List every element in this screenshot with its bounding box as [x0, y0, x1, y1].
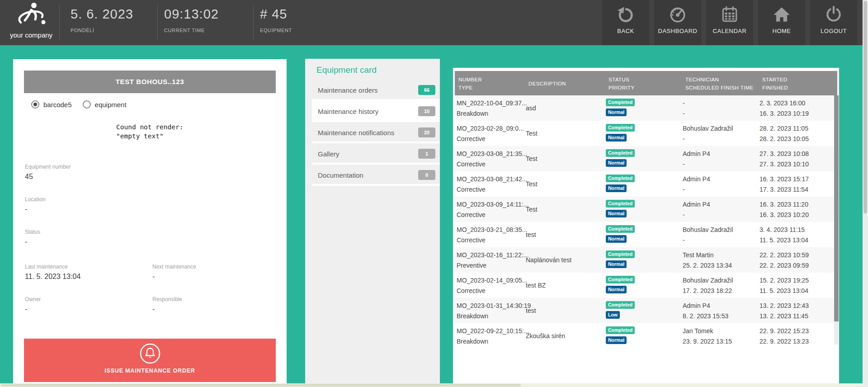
order-number: MO_2023-01-31_14:30:19	[457, 302, 531, 309]
table-row[interactable]: MO_2023-03-09_14:11:... Corrective Test …	[455, 197, 835, 222]
order-description: Test	[526, 155, 538, 162]
table-row[interactable]: MO_2023-02-14_09:05... Corrective test B…	[455, 273, 835, 298]
page-vertical-scrollbar-thumb[interactable]	[863, 1, 867, 213]
cell-technician-scheduled: Admin P4 -	[683, 171, 760, 197]
finished-time: 17. 3. 2023 11:54	[760, 186, 808, 193]
menu-item-count-badge: 20	[418, 127, 435, 137]
top-header-bar: your company 5. 6. 2023 PONDĚLÍ 09:13:02…	[0, 0, 863, 45]
equipment-radio[interactable]	[83, 100, 91, 109]
field-label: Equipment number	[25, 164, 71, 170]
page-horizontal-scrollbar[interactable]	[0, 383, 863, 387]
cell-technician-scheduled: Admin P4 -	[683, 146, 760, 171]
dashboard-button[interactable]: DASHBOARD	[654, 0, 701, 45]
order-description: Test	[526, 180, 538, 188]
menu-item-label: Maintenance notifications	[318, 129, 394, 137]
technician: Admin P4	[683, 201, 710, 208]
cell-status-priority: Completed Normal	[606, 121, 682, 146]
cell-started-finished: 27. 3. 2023 10:08 27. 3. 2023 10:10	[760, 146, 835, 171]
calendar-button[interactable]: CALENDAR	[706, 0, 753, 45]
dashboard-icon	[668, 18, 687, 25]
barcode5-radio[interactable]	[31, 100, 39, 109]
order-type: Corrective	[457, 186, 486, 193]
order-number: MO_2023-03-21_08:35...	[457, 226, 527, 233]
started-time: 16. 3. 2023 15:17	[760, 175, 809, 183]
company-logo-text: your company	[6, 31, 56, 39]
owner-field: Owner -	[25, 296, 41, 313]
cell-started-finished: 22. 2. 2023 10:59 22. 2. 2023 09:59	[760, 247, 835, 273]
menu-item[interactable]: Documentation 0	[312, 165, 440, 186]
home-button-label: HOME	[758, 28, 805, 34]
started-time: 3. 4. 2023 11:15	[760, 226, 805, 233]
cell-technician-scheduled: - -	[683, 95, 760, 121]
scheduled-finish-time: -	[683, 211, 685, 218]
last-maintenance-field: Last maintenance 11. 5. 2023 13:04	[25, 264, 80, 281]
scheduled-finish-time: 23. 9. 2022 13:15	[683, 338, 732, 345]
issue-maintenance-order-button[interactable]: ISSUE MAINTENANCE ORDER	[24, 339, 276, 382]
order-type: Breakdown	[457, 312, 488, 320]
table-header-row: NUMBER TYPE DESCRIPTION STATUS PRIORITY …	[455, 71, 837, 95]
calendar-button-label: CALENDAR	[706, 28, 753, 34]
cell-description: Test	[526, 197, 605, 222]
started-time: 13. 2. 2023 12:43	[760, 302, 809, 309]
cell-technician-scheduled: Jan Tomek 23. 9. 2022 13:15	[683, 323, 760, 345]
order-type: Breakdown	[457, 338, 488, 345]
order-number: MN_2022-10-04_09:37...	[457, 99, 527, 107]
cell-number-type: MO_2023-02-28_09:0... Corrective	[457, 121, 525, 146]
order-type: Corrective	[457, 135, 486, 142]
cell-number-type: MO_2023-03-21_08:35... Corrective	[457, 222, 525, 247]
table-row[interactable]: MN_2022-10-04_09:37... Breakdown asd Com…	[455, 95, 835, 121]
cell-description: Test	[526, 146, 605, 171]
table-scrollbar[interactable]	[834, 95, 839, 345]
table-row[interactable]: MO_2023-03-08_21:35... Corrective Test C…	[455, 146, 835, 171]
table-scrollbar-thumb[interactable]	[834, 95, 839, 321]
field-value: -	[152, 305, 182, 313]
table-row[interactable]: MO_2023-02-16_11:22:... Preventive Naplá…	[455, 247, 835, 273]
finished-time: 22. 2. 2023 09:59	[760, 262, 809, 269]
menu-item[interactable]: Gallery 1	[312, 143, 440, 165]
table-row[interactable]: MO_2022-09-22_10:15:... Breakdown Zkoušk…	[455, 323, 835, 345]
cell-started-finished: 22. 9. 2022 15:23 22. 9. 2022 13:23	[760, 323, 835, 345]
order-number: MO_2023-02-14_09:05...	[457, 277, 527, 284]
cell-description: test	[526, 298, 605, 323]
equipment-number-field: Equipment number 45	[25, 164, 71, 181]
back-button[interactable]: BACK	[602, 0, 649, 45]
company-logo[interactable]: your company	[6, 2, 56, 44]
menu-item-label: Maintenance orders	[318, 86, 378, 94]
menu-item[interactable]: Maintenance orders 66	[312, 80, 440, 101]
cell-status-priority: Completed Normal	[606, 247, 682, 273]
current-time: 09:13:02	[164, 7, 219, 22]
priority-badge: Normal	[606, 109, 627, 116]
cell-number-type: MO_2023-03-08_21:42... Corrective	[457, 171, 525, 197]
order-type: Preventive	[457, 262, 486, 269]
page-horizontal-scrollbar-thumb[interactable]	[1, 384, 521, 387]
table-row[interactable]: MO_2023-03-08_21:42... Corrective Test C…	[455, 171, 835, 197]
started-time: 27. 3. 2023 10:08	[760, 150, 809, 157]
order-number: MO_2023-02-28_09:0...	[457, 125, 524, 132]
finished-time: 16. 3. 2023 10:19	[760, 110, 809, 117]
page-vertical-scrollbar[interactable]	[863, 0, 868, 387]
menu-item-label: Documentation	[318, 171, 363, 179]
order-number: MO_2023-03-08_21:42...	[457, 175, 527, 183]
cell-status-priority: Completed Normal	[606, 197, 682, 222]
status-badge: Completed	[606, 200, 635, 208]
home-button[interactable]: HOME	[758, 0, 805, 45]
cell-number-type: MN_2022-10-04_09:37... Breakdown	[457, 95, 525, 121]
cell-status-priority: Completed Low	[606, 298, 682, 323]
field-label: Next maintenance	[152, 264, 196, 270]
technician: Admin P4	[683, 175, 710, 183]
menu-item[interactable]: Maintenance notifications 20	[312, 122, 440, 143]
table-row[interactable]: MO_2023-01-31_14:30:19 Breakdown test Co…	[455, 298, 835, 323]
priority-badge: Normal	[606, 210, 627, 217]
column-header-description: DESCRIPTION	[528, 81, 566, 86]
cell-description: Naplánován test	[526, 247, 605, 273]
logout-button[interactable]: LOGOUT	[810, 0, 857, 45]
location-field: Location -	[25, 196, 45, 213]
table-row[interactable]: MO_2023-03-21_08:35... Corrective test C…	[455, 222, 835, 247]
status-field: Status -	[25, 229, 40, 246]
status-badge: Completed	[606, 301, 635, 309]
menu-item[interactable]: Maintenance history 10	[312, 101, 440, 122]
table-row[interactable]: MO_2023-02-28_09:0... Corrective Test Co…	[455, 121, 835, 146]
priority-badge: Normal	[606, 134, 627, 142]
cell-started-finished: 15. 2. 2023 19:25 11. 5. 2023 13:04	[760, 273, 835, 298]
finished-time: 11. 5. 2023 13:04	[760, 287, 808, 294]
